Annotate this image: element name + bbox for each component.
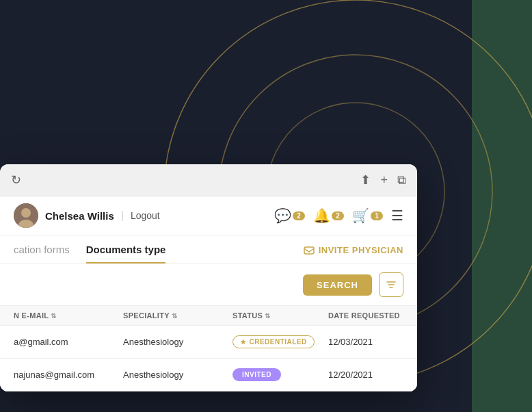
new-tab-icon[interactable]: +	[380, 173, 388, 188]
filter-button[interactable]	[379, 272, 403, 297]
svg-point-6	[21, 208, 31, 218]
tabs-bar: cation forms Documents type INVITE PHYSI…	[0, 235, 417, 264]
sort-arrow-status: ⇅	[265, 312, 270, 320]
td-status-1: ★ CREDENTIALED	[232, 335, 328, 348]
tab-documents-type[interactable]: Documents type	[86, 244, 166, 263]
chat-icon-badge[interactable]: 💬 2	[274, 207, 305, 224]
th-speciality: SPECIALITY ⇅	[123, 311, 232, 320]
tabs-left: cation forms Documents type	[14, 244, 165, 263]
browser-chrome-bar: ↻ ⬆ + ⧉	[0, 164, 417, 196]
copy-icon[interactable]: ⧉	[397, 173, 406, 188]
table-row: najunas@gmail.com Anesthesiology INVITED…	[0, 359, 417, 391]
nav-icons: 💬 2 🔔 2 🛒 1 ☰	[274, 207, 403, 224]
chat-icon: 💬	[274, 207, 291, 224]
table-container: N E-MAIL ⇅ SPECIALITY ⇅ STATUS ⇅ DATE RE…	[0, 305, 417, 391]
menu-icon-badge[interactable]: ☰	[391, 207, 403, 224]
app-content: Chelsea Willis | Logout 💬 2 🔔 2 🛒 1	[0, 196, 417, 391]
th-date: DATE REQUESTED	[328, 311, 417, 320]
share-icon[interactable]: ⬆	[360, 172, 371, 188]
th-email: N E-MAIL ⇅	[14, 311, 123, 320]
table-row: a@gmail.com Anesthesiology ★ CREDENTIALE…	[0, 326, 417, 359]
td-email-1: a@gmail.com	[14, 337, 123, 347]
invite-icon	[304, 245, 315, 256]
user-name: Chelsea Willis	[45, 210, 114, 222]
logout-button[interactable]: Logout	[131, 210, 160, 221]
th-status: STATUS ⇅	[232, 311, 328, 320]
menu-icon: ☰	[391, 207, 403, 224]
bell-icon: 🔔	[313, 207, 330, 224]
td-date-1: 12/03/2021	[328, 337, 417, 347]
cart-icon: 🛒	[352, 207, 369, 224]
svg-rect-1	[472, 0, 532, 412]
sort-arrow-speciality: ⇅	[172, 312, 177, 320]
td-date-2: 12/20/2021	[328, 370, 417, 380]
table-header: N E-MAIL ⇅ SPECIALITY ⇅ STATUS ⇅ DATE RE…	[0, 305, 417, 326]
filter-icon	[386, 279, 397, 290]
svg-rect-8	[304, 247, 314, 254]
td-email-2: najunas@gmail.com	[14, 370, 123, 380]
td-speciality-1: Anesthesiology	[123, 337, 232, 347]
browser-chrome-right: ⬆ + ⧉	[360, 172, 406, 188]
status-badge-credentialed: ★ CREDENTIALED	[232, 335, 315, 348]
invite-physician-button[interactable]: INVITE PHYSICIAN	[304, 245, 403, 263]
refresh-icon[interactable]: ↻	[11, 172, 21, 188]
td-speciality-2: Anesthesiology	[123, 370, 232, 380]
search-button[interactable]: SEARCH	[303, 274, 372, 296]
star-icon: ★	[240, 338, 247, 346]
chat-badge: 2	[293, 211, 305, 220]
cart-icon-badge[interactable]: 🛒 1	[352, 207, 383, 224]
sort-arrow-email: ⇅	[51, 312, 56, 320]
status-badge-invited: INVITED	[232, 368, 281, 381]
td-status-2: INVITED	[232, 368, 328, 381]
top-nav: Chelsea Willis | Logout 💬 2 🔔 2 🛒 1	[0, 196, 417, 235]
avatar	[14, 203, 38, 228]
tab-application-forms[interactable]: cation forms	[14, 244, 70, 263]
user-info: Chelsea Willis | Logout	[14, 203, 160, 228]
toolbar: SEARCH	[0, 264, 417, 305]
browser-chrome-left: ↻	[11, 172, 21, 188]
browser-window: ↻ ⬆ + ⧉ Chelsea Willis | Logout	[0, 164, 417, 391]
bell-badge: 2	[332, 211, 344, 220]
cart-badge: 1	[371, 211, 383, 220]
bell-icon-badge[interactable]: 🔔 2	[313, 207, 344, 224]
nav-divider: |	[121, 209, 124, 222]
